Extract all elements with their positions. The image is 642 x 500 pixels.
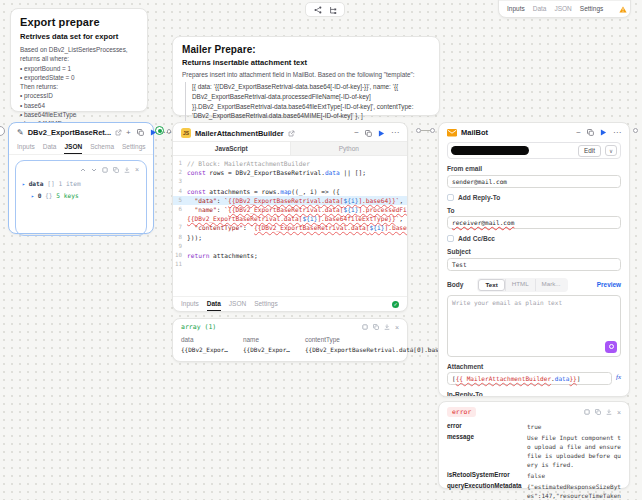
add-icon[interactable]: + bbox=[126, 129, 131, 137]
tab-json[interactable]: JSON bbox=[64, 140, 82, 154]
body-row: Body Text HTML Mark... Preview bbox=[447, 278, 621, 292]
preview-link[interactable]: Preview bbox=[597, 281, 621, 288]
subject-field[interactable]: Test bbox=[447, 258, 621, 271]
column-header: data bbox=[181, 336, 243, 343]
copy-icon[interactable] bbox=[373, 324, 379, 330]
close-icon[interactable]: × bbox=[617, 409, 621, 416]
from-email-label: From email bbox=[447, 165, 621, 172]
tab-settings[interactable]: Settings bbox=[580, 1, 604, 17]
tab-text[interactable]: Text bbox=[478, 279, 504, 291]
link-icon[interactable] bbox=[115, 129, 122, 136]
code-line: 6 "name": `{{DBv2_ExportBaseRetrival.dat… bbox=[173, 205, 407, 214]
node-mailerattachmentbuilder[interactable]: JS MailerAttachmentBuilder − ⋯ JavaScrip… bbox=[172, 122, 408, 312]
link-icon[interactable] bbox=[288, 130, 295, 137]
code-line: 9 bbox=[173, 242, 407, 251]
ccbcc-checkbox[interactable] bbox=[447, 235, 454, 242]
table-row[interactable]: {{DBv2_Expor… {{DBv2_Expor… {{DBv2_Expor… bbox=[181, 346, 399, 353]
code-editor[interactable]: 1// Block: MailerAttachmentBuilder2const… bbox=[173, 156, 407, 296]
error-panel[interactable]: error × errortruemessageUse File Input c… bbox=[438, 401, 630, 489]
note-mailer-prepare[interactable]: Mailer Prepare: Returns insertable attac… bbox=[172, 36, 440, 116]
chevron-down-icon[interactable]: ∨ bbox=[605, 145, 617, 156]
mailbot-input-port[interactable] bbox=[430, 128, 435, 133]
note-subtitle: Retrives data set for export bbox=[20, 32, 138, 41]
json-viewer-toolbar: × bbox=[80, 166, 139, 173]
more-icon[interactable]: ⋯ bbox=[391, 129, 399, 137]
hierarchy-icon[interactable] bbox=[329, 6, 337, 14]
body-textarea[interactable]: Write your email as plain text bbox=[447, 295, 621, 357]
attachment-field[interactable]: [ {{ MailerAttachmentBuilder.data }} ] bbox=[447, 372, 612, 385]
tab-markdown[interactable]: Mark... bbox=[535, 279, 567, 291]
fullscreen-icon[interactable] bbox=[102, 167, 108, 173]
tab-inputs[interactable]: Inputs bbox=[507, 1, 525, 17]
node-header: ✎ DBv2_ExportBaseRet... + ⋯ bbox=[9, 123, 153, 140]
download-icon[interactable] bbox=[606, 409, 612, 415]
json-tree[interactable]: ▸ data [] 1 item▸ 0 {} 5 keys bbox=[22, 178, 140, 202]
note-export-prepare[interactable]: Export prepare Retrives data set for exp… bbox=[10, 8, 148, 112]
note-title: Mailer Prepare: bbox=[182, 44, 430, 55]
expand-icon[interactable] bbox=[91, 167, 97, 173]
copy-icon[interactable] bbox=[587, 129, 594, 136]
code-line: 10return attachments; bbox=[173, 251, 407, 260]
tab-data[interactable]: Data bbox=[533, 1, 547, 17]
tab-data[interactable]: Data bbox=[207, 297, 221, 311]
tab-html[interactable]: HTML bbox=[505, 279, 535, 291]
tab-javascript[interactable]: JavaScript bbox=[173, 142, 291, 155]
json-tree-row[interactable]: ▸ 0 {} 5 keys bbox=[22, 190, 140, 202]
json-viewer[interactable]: × ▸ data [] 1 item▸ 0 {} 5 keys bbox=[15, 160, 147, 236]
tab-schema[interactable]: Schema bbox=[90, 140, 114, 154]
share-icon[interactable] bbox=[314, 6, 322, 14]
run-play-icon[interactable] bbox=[150, 129, 157, 136]
close-icon[interactable]: × bbox=[135, 166, 139, 173]
code-line: 2const rows = DBv2_ExportBaseRetrival.da… bbox=[173, 168, 407, 177]
cell-name: {{DBv2_Expor… bbox=[243, 346, 305, 353]
run-play-icon[interactable] bbox=[378, 130, 385, 137]
collapse-icon[interactable] bbox=[80, 167, 86, 173]
copy-icon[interactable] bbox=[113, 167, 119, 173]
copy-icon[interactable] bbox=[365, 130, 372, 137]
body-format-switcher: Text HTML Mark... bbox=[477, 278, 567, 292]
node-title: MailerAttachmentBuilder bbox=[195, 129, 284, 138]
tab-json[interactable]: JSON bbox=[229, 297, 246, 311]
download-icon[interactable] bbox=[384, 324, 390, 330]
json-tree-row[interactable]: ▸ data [] 1 item bbox=[22, 178, 140, 190]
tab-settings[interactable]: Settings bbox=[122, 140, 146, 154]
tab-inputs[interactable]: Inputs bbox=[17, 140, 35, 154]
workflow-canvas[interactable]: Export prepare Retrives data set for exp… bbox=[0, 0, 642, 500]
tab-json[interactable]: JSON bbox=[554, 1, 571, 17]
fx-icon[interactable]: fx bbox=[616, 373, 621, 381]
resource-selector[interactable]: Edit ∨ bbox=[447, 142, 621, 159]
clipped-panel-tabs: Inputs Data JSON Settings bbox=[499, 0, 630, 17]
mailer-output-port[interactable] bbox=[416, 128, 421, 133]
error-row: isRetoolSystemErrorfalse bbox=[447, 471, 621, 480]
minimize-icon[interactable]: − bbox=[576, 129, 581, 137]
copy-icon[interactable] bbox=[595, 409, 601, 415]
tab-inputs[interactable]: Inputs bbox=[181, 297, 199, 311]
node-dbv2-exportbaseretrival[interactable]: ✎ DBv2_ExportBaseRet... + ⋯ Inputs Data … bbox=[8, 122, 154, 234]
node-title: MailBot bbox=[461, 128, 488, 137]
result-table-panel[interactable]: array (1) × data name contentType {{DBv2… bbox=[172, 318, 408, 362]
tab-settings[interactable]: Settings bbox=[254, 297, 278, 311]
clipped-result-panel[interactable]: Inputs Data JSON Settings bbox=[498, 0, 631, 18]
fullscreen-icon[interactable] bbox=[584, 409, 590, 415]
code-line: {{DBv2_ExportBaseRetrival.data[${i}].bas… bbox=[173, 214, 407, 223]
more-icon[interactable]: ⋯ bbox=[163, 129, 171, 137]
insert-image-icon[interactable] bbox=[605, 341, 617, 353]
more-icon[interactable]: ⋯ bbox=[613, 129, 621, 137]
reply-to-label: Add Reply-To bbox=[458, 194, 500, 201]
column-header: name bbox=[243, 336, 305, 343]
fullscreen-icon[interactable] bbox=[362, 324, 368, 330]
from-email-field[interactable]: sender@mail.com bbox=[447, 175, 621, 188]
run-play-icon[interactable] bbox=[600, 129, 607, 136]
copy-icon[interactable] bbox=[137, 129, 144, 136]
to-field[interactable]: receiver@mail.com bbox=[447, 216, 621, 229]
close-icon[interactable]: × bbox=[395, 324, 399, 331]
node-mailbot[interactable]: MailBot − ⋯ Edit ∨ From email sender@mai… bbox=[438, 122, 630, 397]
tab-python[interactable]: Python bbox=[291, 142, 408, 155]
minimize-icon[interactable]: − bbox=[354, 129, 359, 137]
mailbot-output-port[interactable] bbox=[633, 128, 638, 133]
edge-port[interactable] bbox=[0, 126, 5, 136]
reply-to-checkbox[interactable] bbox=[447, 194, 454, 201]
edit-button[interactable]: Edit bbox=[578, 145, 601, 157]
tab-data[interactable]: Data bbox=[43, 140, 57, 154]
download-icon[interactable] bbox=[124, 167, 130, 173]
